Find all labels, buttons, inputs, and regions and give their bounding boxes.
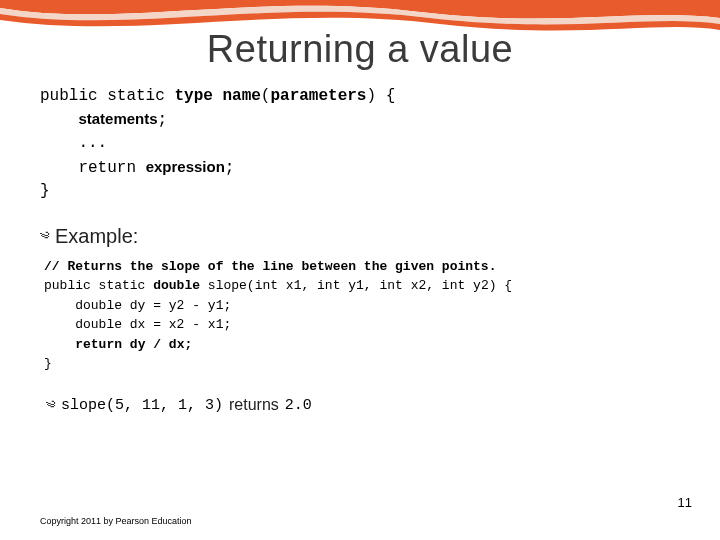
example-line4b: return dy / dx; — [75, 337, 192, 352]
result-call: slope(5, 11, 1, 3) — [61, 397, 223, 414]
header-wave — [0, 0, 720, 50]
example-line4a — [44, 337, 75, 352]
example-line1a: public static — [44, 278, 153, 293]
bullet-icon: ༄ — [46, 396, 55, 418]
example-line3: double dx = x2 - x1; — [44, 317, 231, 332]
example-comment: // Returns the slope of the line between… — [44, 259, 496, 274]
syntax-statements: statements — [78, 110, 157, 127]
syntax-prefix: public static — [40, 87, 174, 105]
result-value: 2.0 — [285, 397, 312, 414]
example-heading-row: ༄ Example: — [40, 225, 680, 249]
copyright-footer: Copyright 2011 by Pearson Education — [40, 516, 192, 526]
result-label: returns — [229, 396, 279, 414]
example-line5: } — [44, 356, 52, 371]
slide-content: public static type name(parameters) { st… — [0, 71, 720, 417]
page-number: 11 — [678, 495, 692, 510]
result-row: ༄ slope(5, 11, 1, 3) returns 2.0 — [46, 394, 680, 418]
syntax-type: type — [174, 87, 212, 105]
example-line2: double dy = y2 - y1; — [44, 298, 231, 313]
syntax-expression: expression — [146, 158, 225, 175]
example-code-block: // Returns the slope of the line between… — [44, 257, 680, 374]
syntax-return-kw: return — [78, 159, 145, 177]
syntax-parameters: parameters — [270, 87, 366, 105]
syntax-block: public static type name(parameters) { st… — [40, 85, 680, 203]
syntax-ellipsis: ... — [78, 134, 107, 152]
example-heading: Example: — [55, 225, 138, 248]
example-line1b: double — [153, 278, 200, 293]
example-line1c: slope(int x1, int y1, int x2, int y2) { — [200, 278, 512, 293]
syntax-name: name — [222, 87, 260, 105]
bullet-icon: ༄ — [40, 227, 49, 249]
